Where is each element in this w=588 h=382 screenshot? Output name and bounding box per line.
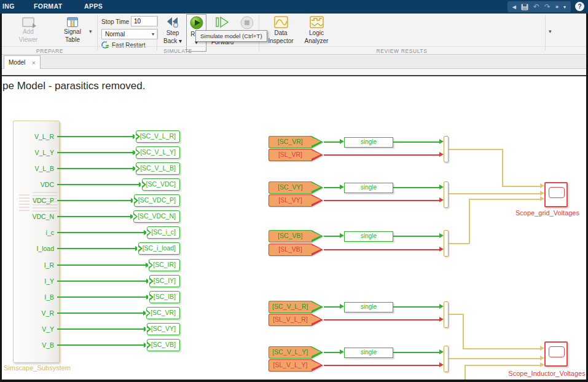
- help-button[interactable]: ?: [575, 2, 584, 11]
- arrowhead-icon: [439, 304, 444, 309]
- data-type-conversion-block[interactable]: single: [344, 231, 393, 242]
- chevron-down-icon[interactable]: ▾: [549, 28, 552, 34]
- arrowhead-icon: [439, 152, 444, 157]
- from-tag[interactable]: [SL_V_L_Y]: [269, 359, 312, 372]
- mux-block[interactable]: [444, 230, 449, 257]
- mux-block[interactable]: [444, 136, 449, 162]
- signal-line: [449, 193, 540, 194]
- chevron-left-icon[interactable]: ◀: [512, 4, 516, 10]
- from-tag[interactable]: [SC_V_L_R]: [269, 301, 312, 313]
- data-type-conversion-block[interactable]: single: [344, 137, 393, 148]
- goto-tag[interactable]: [SC_VR]: [146, 307, 180, 319]
- signal-row: I_Y[SC_IY]: [12, 274, 180, 288]
- mux-block[interactable]: [444, 301, 449, 328]
- from-tag[interactable]: [SL_VY]: [269, 194, 312, 207]
- data-type-conversion-block[interactable]: single: [344, 183, 393, 193]
- port-label: VDC_P: [12, 197, 57, 204]
- step-forward-icon: [215, 16, 230, 30]
- mux-block[interactable]: [444, 346, 449, 372]
- data-type-conversion-block[interactable]: single: [344, 302, 393, 312]
- arrowhead-icon: [439, 197, 444, 202]
- chevron-down-icon[interactable]: ▾: [563, 4, 566, 10]
- port-label: V_R: [12, 309, 57, 317]
- from-tag[interactable]: [SL_VB]: [269, 244, 312, 256]
- step-back-button[interactable]: Step Back ▾: [159, 16, 186, 44]
- goto-tag[interactable]: [SC_VDC]: [142, 178, 180, 191]
- signal-row: V_L_B[SC_V_L_B]: [12, 162, 180, 175]
- port-label: i_c: [12, 229, 57, 236]
- goto-tag[interactable]: [SC_VDC_P]: [134, 194, 180, 207]
- signal-line: [449, 314, 463, 315]
- chevron-down-icon[interactable]: ▾: [89, 28, 92, 34]
- scope-label: Scope_Inductor_Voltages: [506, 370, 588, 377]
- simulation-mode-select[interactable]: Normal ▾: [101, 29, 158, 39]
- ribbon-tab-format[interactable]: FORMAT: [34, 2, 63, 10]
- ribbon-tab-modeling[interactable]: ING: [2, 2, 15, 10]
- document-tab-strip: Model ×: [2, 55, 586, 69]
- signal-line: [57, 312, 143, 314]
- ribbon-tab-apps[interactable]: APPS: [84, 2, 103, 10]
- signal-line: [57, 136, 133, 137]
- mux-block[interactable]: [444, 181, 449, 208]
- arrowhead-icon: [540, 356, 544, 360]
- stop-icon: [240, 16, 254, 30]
- redo-icon[interactable]: ↷: [544, 3, 551, 10]
- tab-model[interactable]: Model ×: [4, 55, 41, 69]
- port-label: I_Y: [12, 277, 57, 285]
- from-tag[interactable]: [SC_VR]: [269, 136, 312, 148]
- signal-row: V_L_R[SC_V_L_R]: [12, 130, 180, 143]
- save-icon[interactable]: [521, 4, 528, 10]
- signal-table-button[interactable]: Signal Table: [53, 17, 92, 43]
- arrowhead-icon: [439, 233, 444, 238]
- signal-row: V_Y[SC_VY]: [12, 322, 180, 336]
- goto-tag[interactable]: [SC_VY]: [147, 323, 180, 335]
- from-tag[interactable]: [SC_VY]: [269, 181, 312, 194]
- signal-line: [393, 352, 439, 353]
- goto-tag[interactable]: [SC_i_load]: [138, 242, 180, 255]
- chevron-down-icon: ▾: [152, 31, 154, 37]
- add-viewer-button[interactable]: Add Viewer: [10, 17, 46, 43]
- scope-block[interactable]: [544, 182, 568, 207]
- from-tag[interactable]: [SL_V_L_R]: [269, 314, 312, 326]
- close-icon[interactable]: ×: [32, 59, 36, 66]
- signal-line: [465, 365, 540, 366]
- port-label: V_L_Y: [12, 149, 57, 156]
- data-type-conversion-block[interactable]: single: [344, 348, 393, 358]
- section-label-simulate: SIMULATE: [97, 48, 259, 54]
- signal-row: V_R[SC_VR]: [12, 306, 180, 320]
- expand-toolbar-icon[interactable]: »: [555, 4, 559, 10]
- signal-table-icon: [67, 17, 78, 27]
- goto-tag[interactable]: [SC_VDC_N]: [133, 210, 180, 223]
- scope-block[interactable]: [544, 341, 568, 367]
- signal-line: [393, 187, 439, 188]
- goto-tag[interactable]: [SC_IY]: [149, 275, 180, 287]
- scope-screen-icon: [549, 187, 565, 198]
- from-tag[interactable]: [SC_V_L_Y]: [269, 346, 312, 359]
- signal-row: VDC_N[SC_VDC_N]: [12, 210, 180, 223]
- port-label: V_L_R: [12, 133, 57, 140]
- goto-tag[interactable]: [SC_V_L_R]: [136, 130, 180, 143]
- undo-icon[interactable]: ↶: [533, 3, 539, 10]
- goto-tag[interactable]: [SC_i_c]: [147, 226, 180, 239]
- goto-tag[interactable]: [SC_V_L_B]: [136, 162, 180, 175]
- signal-line: [57, 328, 144, 330]
- data-inspector-button[interactable]: Data Inspector: [264, 16, 298, 44]
- signal-line: [57, 265, 146, 266]
- from-tag[interactable]: [SC_VB]: [269, 230, 312, 242]
- signal-line: [393, 236, 439, 237]
- stop-time-input[interactable]: [131, 16, 158, 26]
- goto-tag[interactable]: [SC_IB]: [149, 291, 180, 303]
- port-label: I_B: [12, 293, 57, 301]
- logic-analyzer-button[interactable]: Logic Analyzer: [300, 16, 332, 44]
- goto-tag[interactable]: [SC_IR]: [149, 259, 180, 271]
- signal-line: [57, 152, 133, 153]
- signal-line: [57, 248, 135, 249]
- signal-line: [324, 141, 340, 143]
- goto-tag[interactable]: [SC_VB]: [147, 339, 180, 351]
- button-label: Data: [274, 30, 287, 36]
- section-label-review: REVIEW RESULTS: [259, 48, 545, 54]
- goto-tag[interactable]: [SC_V_L_Y]: [136, 146, 180, 159]
- tooltip: Simulate model (Ctrl+T): [195, 30, 267, 42]
- section-divider: [545, 15, 546, 50]
- from-tag[interactable]: [SL_VR]: [269, 149, 312, 161]
